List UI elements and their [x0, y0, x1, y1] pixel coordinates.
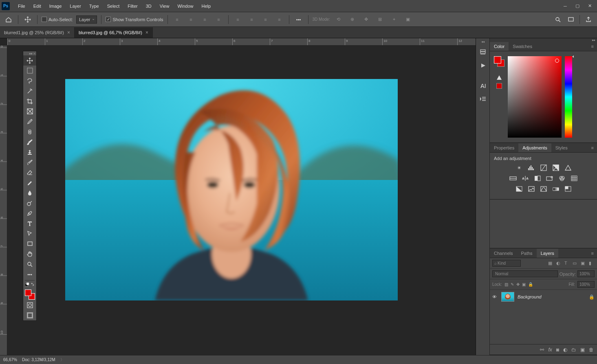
vertical-ruler[interactable]: 0123456789101112	[0, 46, 7, 355]
filter-kind-dropdown[interactable]: Kind	[492, 260, 521, 267]
fill-field[interactable]: 100%	[577, 281, 595, 288]
close-icon[interactable]: ×	[33, 52, 35, 55]
filter-toggle-icon[interactable]: ▮	[589, 261, 595, 266]
photo-filter-icon[interactable]	[546, 175, 554, 182]
clone-stamp-tool[interactable]	[23, 147, 36, 157]
marquee-tool[interactable]	[23, 66, 36, 76]
threshold-icon[interactable]	[540, 185, 548, 193]
brightness-icon[interactable]: ☀	[515, 164, 523, 171]
edit-toolbar[interactable]: •••	[23, 269, 36, 279]
adjustment-layer-icon[interactable]: ◐	[563, 347, 567, 353]
black-white-icon[interactable]	[533, 175, 542, 182]
canvas-image[interactable]	[65, 79, 398, 300]
auto-select-checkbox[interactable]: Auto-Select:	[42, 17, 73, 22]
layer-thumbnail[interactable]	[501, 292, 514, 302]
gradient-tool[interactable]	[23, 178, 36, 188]
distribute-icon[interactable]: ≡	[274, 14, 285, 25]
tab-styles[interactable]: Styles	[551, 143, 572, 152]
menu-filter[interactable]: Filter	[123, 1, 141, 11]
toolbox-header[interactable]: ▸▸×	[23, 51, 36, 55]
menu-help[interactable]: Help	[198, 1, 215, 11]
selective-color-icon[interactable]	[564, 185, 572, 193]
history-brush-tool[interactable]	[23, 157, 36, 167]
share-icon[interactable]	[583, 14, 594, 25]
align-left-icon[interactable]: ≡	[172, 14, 183, 25]
vibrance-icon[interactable]	[564, 164, 572, 171]
blend-mode-dropdown[interactable]: Normal	[492, 270, 558, 277]
brush-tool[interactable]	[23, 137, 36, 147]
layer-fx-icon[interactable]: fx	[548, 347, 552, 353]
hue-sat-icon[interactable]	[509, 175, 517, 182]
gamut-warning-icon[interactable]	[496, 75, 502, 81]
3d-camera-icon[interactable]: ▣	[403, 14, 413, 25]
menu-window[interactable]: Window	[173, 1, 197, 11]
layer-mask-icon[interactable]: ◙	[556, 347, 559, 353]
filter-pixel-icon[interactable]: ▦	[548, 261, 554, 266]
collapse-icon[interactable]: ◂◂	[481, 40, 485, 44]
pen-tool[interactable]	[23, 208, 36, 218]
menu-file[interactable]: File	[14, 1, 29, 11]
lock-icon[interactable]: 🔒	[589, 294, 595, 300]
tab-adjustments[interactable]: Adjustments	[518, 143, 551, 152]
menu-layer[interactable]: Layer	[66, 1, 85, 11]
close-icon[interactable]: ×	[145, 30, 148, 35]
more-options-icon[interactable]: •••	[293, 14, 304, 25]
filter-smart-icon[interactable]: ▣	[581, 261, 586, 266]
magic-wand-tool[interactable]	[23, 86, 36, 96]
gamut-color-swatch[interactable]	[496, 83, 502, 89]
collapse-icon[interactable]: ▸▸	[592, 38, 595, 42]
close-button[interactable]: ✕	[584, 2, 595, 11]
posterize-icon[interactable]	[527, 185, 535, 193]
eraser-tool[interactable]	[23, 167, 36, 178]
color-field[interactable]	[508, 56, 562, 138]
screenmode-icon[interactable]	[566, 14, 576, 25]
3d-orbit-icon[interactable]: ⟲	[333, 14, 344, 25]
menu-3d[interactable]: 3D	[142, 1, 156, 11]
color-swatches[interactable]	[494, 56, 504, 67]
panel-menu-icon[interactable]: ≡	[588, 249, 597, 257]
group-icon[interactable]: 🗀	[571, 347, 576, 353]
tab-channels[interactable]: Channels	[490, 249, 517, 258]
panel-menu-icon[interactable]: ≡	[588, 42, 597, 50]
hand-tool[interactable]	[23, 249, 36, 259]
dodge-tool[interactable]	[23, 198, 36, 208]
channel-mixer-icon[interactable]	[558, 175, 566, 182]
exposure-icon[interactable]	[552, 164, 560, 171]
quick-mask-tool[interactable]	[23, 300, 36, 310]
menu-image[interactable]: Image	[45, 1, 66, 11]
search-icon[interactable]	[553, 14, 563, 25]
document-tab-1[interactable]: blurred1.jpg @ 25% (RGB/8#) ×	[0, 27, 75, 38]
link-layers-icon[interactable]: ⚯	[540, 347, 544, 353]
align-bottom-icon[interactable]: ≡	[260, 14, 271, 25]
minimize-button[interactable]: ─	[560, 2, 571, 11]
layer-row[interactable]: 👁 Background 🔒	[490, 290, 597, 304]
3d-slide-icon[interactable]: ⊞	[375, 14, 386, 25]
zoom-level[interactable]: 66,67%	[3, 357, 17, 362]
move-tool[interactable]	[23, 55, 36, 66]
auto-select-target-dropdown[interactable]: Layer	[76, 15, 97, 24]
lock-transparency-icon[interactable]: ▨	[504, 282, 508, 287]
new-layer-icon[interactable]: ▣	[580, 347, 585, 353]
lock-all-icon[interactable]: 🔒	[528, 282, 533, 287]
rectangle-tool[interactable]	[23, 239, 36, 249]
actions-panel-icon[interactable]	[477, 60, 489, 71]
document-tab-2[interactable]: blurred3.jpg @ 66,7% (RGB/8#) ×	[75, 27, 153, 38]
align-v-center-icon[interactable]: ≡	[247, 14, 257, 25]
horizontal-ruler[interactable]: 0123456789101112	[7, 38, 476, 46]
filter-type-icon[interactable]: T	[564, 261, 570, 266]
invert-icon[interactable]	[515, 185, 523, 193]
panel-menu-icon[interactable]: ≡	[588, 144, 597, 152]
3d-zoom-icon[interactable]: ⌖	[389, 14, 399, 25]
levels-icon[interactable]	[527, 164, 535, 171]
menu-type[interactable]: Type	[85, 1, 103, 11]
lock-pixels-icon[interactable]: ✎	[511, 282, 514, 287]
menu-select[interactable]: Select	[103, 1, 124, 11]
paragraph-panel-icon[interactable]	[477, 93, 489, 105]
lasso-tool[interactable]	[23, 76, 36, 86]
align-top-icon[interactable]: ≡	[233, 14, 243, 25]
home-icon[interactable]	[3, 14, 14, 25]
color-lookup-icon[interactable]	[570, 175, 578, 182]
visibility-icon[interactable]: 👁	[492, 294, 498, 299]
foreground-color[interactable]	[25, 289, 31, 296]
type-tool[interactable]	[23, 218, 36, 228]
